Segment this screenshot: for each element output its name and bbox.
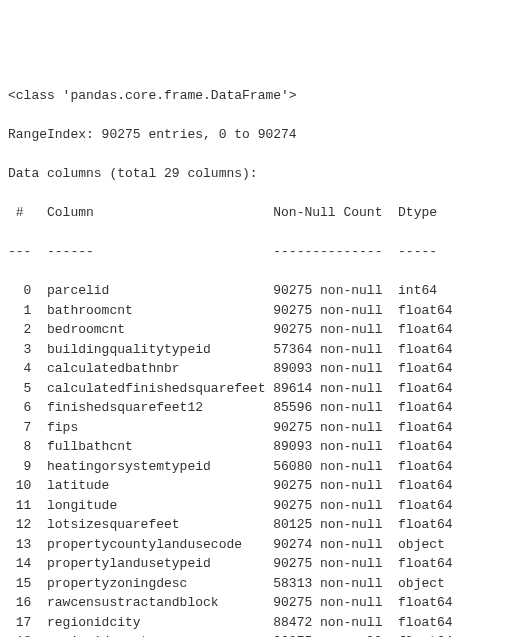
row-dtype: float64 — [398, 515, 453, 535]
row-nonnull: 56080 non-null — [273, 457, 390, 477]
row-column-name: finishedsquarefeet12 — [47, 398, 265, 418]
sep-dtype: ----- — [398, 242, 437, 262]
row-column-name: propertycountylandusecode — [47, 535, 265, 555]
row-column-name: regionidcity — [47, 613, 265, 633]
row-index: 5 — [8, 379, 31, 399]
row-nonnull: 85596 non-null — [273, 398, 390, 418]
row-dtype: float64 — [398, 593, 453, 613]
row-dtype: float64 — [398, 476, 453, 496]
row-index: 11 — [8, 496, 31, 516]
table-row: 14 propertylandusetypeid 90275 non-null … — [8, 554, 513, 574]
row-nonnull: 90274 non-null — [273, 535, 390, 555]
row-nonnull: 89093 non-null — [273, 359, 390, 379]
row-nonnull: 89614 non-null — [273, 379, 390, 399]
table-row: 9 heatingorsystemtypeid 56080 non-null f… — [8, 457, 513, 477]
row-dtype: float64 — [398, 379, 453, 399]
header-nonnull: Non-Null Count — [273, 203, 390, 223]
row-index: 15 — [8, 574, 31, 594]
row-index: 10 — [8, 476, 31, 496]
row-dtype: float64 — [398, 398, 453, 418]
sep-column: ------ — [47, 242, 265, 262]
row-nonnull: 89093 non-null — [273, 437, 390, 457]
data-columns-line: Data columns (total 29 columns): — [8, 164, 513, 184]
table-row: 16 rawcensustractandblock 90275 non-null… — [8, 593, 513, 613]
table-row: 4 calculatedbathnbr 89093 non-null float… — [8, 359, 513, 379]
header-idx: # — [8, 203, 31, 223]
row-nonnull: 57364 non-null — [273, 340, 390, 360]
row-index: 16 — [8, 593, 31, 613]
sep-idx: --- — [8, 242, 31, 262]
table-row: 8 fullbathcnt 89093 non-null float64 — [8, 437, 513, 457]
row-column-name: buildingqualitytypeid — [47, 340, 265, 360]
table-row: 5 calculatedfinishedsquarefeet 89614 non… — [8, 379, 513, 399]
row-dtype: object — [398, 535, 445, 555]
header-dtype: Dtype — [398, 203, 437, 223]
row-index: 4 — [8, 359, 31, 379]
row-index: 6 — [8, 398, 31, 418]
table-row: 10 latitude 90275 non-null float64 — [8, 476, 513, 496]
row-column-name: bathroomcnt — [47, 301, 265, 321]
row-column-name: latitude — [47, 476, 265, 496]
row-index: 14 — [8, 554, 31, 574]
row-index: 18 — [8, 632, 31, 637]
row-column-name: calculatedbathnbr — [47, 359, 265, 379]
row-column-name: propertyzoningdesc — [47, 574, 265, 594]
row-column-name: fullbathcnt — [47, 437, 265, 457]
row-dtype: float64 — [398, 457, 453, 477]
table-row: 17 regionidcity 88472 non-null float64 — [8, 613, 513, 633]
row-index: 2 — [8, 320, 31, 340]
row-nonnull: 90275 non-null — [273, 320, 390, 340]
row-index: 7 — [8, 418, 31, 438]
table-row: 12 lotsizesquarefeet 80125 non-null floa… — [8, 515, 513, 535]
row-column-name: heatingorsystemtypeid — [47, 457, 265, 477]
column-separator-row: --- ------ -------------- ----- — [8, 242, 513, 262]
row-nonnull: 90275 non-null — [273, 554, 390, 574]
row-nonnull: 90275 non-null — [273, 476, 390, 496]
row-column-name: bedroomcnt — [47, 320, 265, 340]
row-dtype: float64 — [398, 632, 453, 637]
row-dtype: float64 — [398, 613, 453, 633]
row-dtype: float64 — [398, 418, 453, 438]
table-row: 7 fips 90275 non-null float64 — [8, 418, 513, 438]
row-index: 3 — [8, 340, 31, 360]
row-dtype: float64 — [398, 301, 453, 321]
row-index: 1 — [8, 301, 31, 321]
row-dtype: float64 — [398, 359, 453, 379]
row-column-name: rawcensustractandblock — [47, 593, 265, 613]
row-dtype: float64 — [398, 554, 453, 574]
row-dtype: float64 — [398, 437, 453, 457]
header-column: Column — [47, 203, 265, 223]
row-nonnull: 80125 non-null — [273, 515, 390, 535]
table-row: 3 buildingqualitytypeid 57364 non-null f… — [8, 340, 513, 360]
column-header-row: # Column Non-Null Count Dtype — [8, 203, 513, 223]
row-dtype: float64 — [398, 340, 453, 360]
row-index: 13 — [8, 535, 31, 555]
row-nonnull: 90275 non-null — [273, 301, 390, 321]
row-nonnull: 90275 non-null — [273, 593, 390, 613]
row-index: 8 — [8, 437, 31, 457]
table-row: 11 longitude 90275 non-null float64 — [8, 496, 513, 516]
table-row: 2 bedroomcnt 90275 non-null float64 — [8, 320, 513, 340]
table-row: 6 finishedsquarefeet12 85596 non-null fl… — [8, 398, 513, 418]
class-line: <class 'pandas.core.frame.DataFrame'> — [8, 86, 513, 106]
row-index: 12 — [8, 515, 31, 535]
row-nonnull: 90275 non-null — [273, 632, 390, 637]
table-row: 15 propertyzoningdesc 58313 non-null obj… — [8, 574, 513, 594]
table-row: 1 bathroomcnt 90275 non-null float64 — [8, 301, 513, 321]
row-column-name: regionidcounty — [47, 632, 265, 637]
row-index: 9 — [8, 457, 31, 477]
column-rows: 0 parcelid 90275 non-null int641 bathroo… — [8, 281, 513, 637]
row-nonnull: 58313 non-null — [273, 574, 390, 594]
range-index-line: RangeIndex: 90275 entries, 0 to 90274 — [8, 125, 513, 145]
table-row: 18 regionidcounty 90275 non-null float64 — [8, 632, 513, 637]
row-index: 0 — [8, 281, 31, 301]
row-column-name: lotsizesquarefeet — [47, 515, 265, 535]
row-dtype: int64 — [398, 281, 437, 301]
row-column-name: calculatedfinishedsquarefeet — [47, 379, 265, 399]
row-nonnull: 88472 non-null — [273, 613, 390, 633]
row-nonnull: 90275 non-null — [273, 418, 390, 438]
row-dtype: object — [398, 574, 445, 594]
row-column-name: longitude — [47, 496, 265, 516]
table-row: 0 parcelid 90275 non-null int64 — [8, 281, 513, 301]
row-column-name: fips — [47, 418, 265, 438]
